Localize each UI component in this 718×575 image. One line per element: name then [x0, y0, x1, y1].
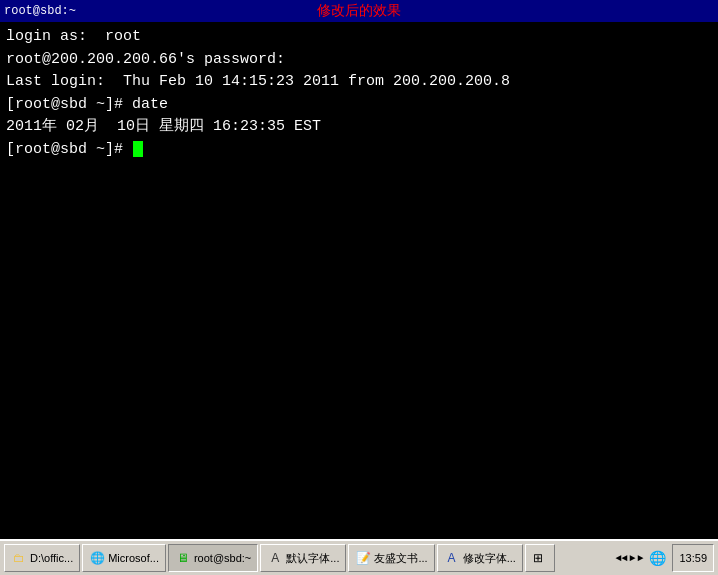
internet-icons: 🌐 — [649, 550, 666, 567]
taskbar-btn-terminal[interactable]: 🖥 root@sbd:~ — [168, 544, 258, 572]
taskbar-btn-folder-label: D:\offic... — [30, 552, 73, 564]
cursor — [133, 141, 143, 157]
taskbar: 🗀 D:\offic... 🌐 Microsof... 🖥 root@sbd:~… — [0, 539, 718, 575]
folder-icon: 🗀 — [11, 550, 27, 566]
clock-text: 13:59 — [679, 552, 707, 564]
terminal-line-1: login as: root — [6, 26, 712, 49]
title-bar-text: root@sbd:~ — [4, 4, 76, 18]
taskbar-btn-friend-doc[interactable]: 📝 友盛文书... — [348, 544, 434, 572]
taskbar-btn-microsoft-label: Microsof... — [108, 552, 159, 564]
modify-font-icon: A — [444, 550, 460, 566]
taskbar-btn-grid[interactable]: ⊞ — [525, 544, 555, 572]
grid-icon: ⊞ — [530, 550, 546, 566]
title-bar: root@sbd:~ 修改后的效果 — [0, 0, 718, 22]
globe-icon: 🌐 — [649, 550, 666, 567]
friend-doc-icon: 📝 — [355, 550, 371, 566]
ie-icon: 🌐 — [89, 550, 105, 566]
taskbar-btn-default-font-label: 默认字体... — [286, 551, 339, 566]
terminal-line-2: root@200.200.200.66's password: — [6, 49, 712, 72]
nav-left-icon[interactable]: ◄◄ — [615, 553, 627, 564]
taskbar-btn-folder[interactable]: 🗀 D:\offic... — [4, 544, 80, 572]
nav-play-icon[interactable]: ► — [629, 553, 635, 564]
default-font-icon: A — [267, 550, 283, 566]
taskbar-btn-terminal-label: root@sbd:~ — [194, 552, 251, 564]
terminal-line-3: Last login: Thu Feb 10 14:15:23 2011 fro… — [6, 71, 712, 94]
taskbar-btn-friend-doc-label: 友盛文书... — [374, 551, 427, 566]
terminal-line-4: [root@sbd ~]# date — [6, 94, 712, 117]
terminal-icon: 🖥 — [175, 550, 191, 566]
taskbar-btn-microsoft[interactable]: 🌐 Microsof... — [82, 544, 166, 572]
clock-area: 13:59 — [672, 544, 714, 572]
nav-right-icon[interactable]: ► — [637, 553, 643, 564]
taskbar-btn-modify-font-label: 修改字体... — [463, 551, 516, 566]
nav-arrows[interactable]: ◄◄ ► ► — [615, 553, 643, 564]
taskbar-btn-default-font[interactable]: A 默认字体... — [260, 544, 346, 572]
terminal-line-6: [root@sbd ~]# — [6, 139, 712, 162]
terminal-line-5: 2011年 02月 10日 星期四 16:23:35 EST — [6, 116, 712, 139]
taskbar-btn-modify-font[interactable]: A 修改字体... — [437, 544, 523, 572]
terminal: login as: root root@200.200.200.66's pas… — [0, 22, 718, 539]
title-annotation: 修改后的效果 — [317, 2, 401, 20]
